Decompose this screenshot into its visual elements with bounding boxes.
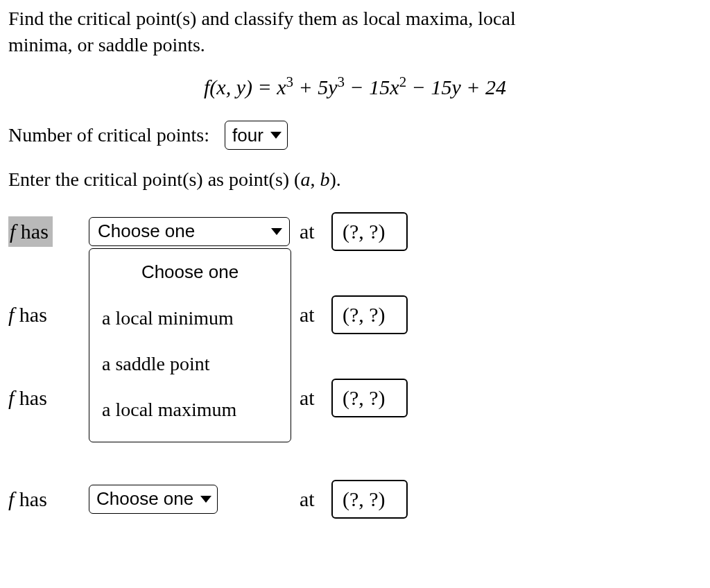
classification-select-4-label: Choose one (96, 487, 193, 511)
eq-exp-3: 2 (399, 74, 407, 90)
eq-exp-2: 3 (338, 74, 345, 90)
fhas-3: f has (8, 384, 89, 413)
chevron-down-icon (270, 132, 282, 139)
classification-select-1[interactable]: Choose one (89, 217, 290, 246)
answer-row-1: f has Choose one at (?, ?) (8, 212, 702, 251)
dropdown-option-local-max[interactable]: a local maximum (89, 387, 291, 433)
point-input-4[interactable]: (?, ?) (331, 480, 408, 519)
point-input-1[interactable]: (?, ?) (331, 212, 408, 251)
point-input-2[interactable]: (?, ?) (331, 295, 408, 334)
eq-part-3: − 15x (345, 76, 399, 98)
dropdown-header: Choose one (89, 256, 291, 295)
point-input-3[interactable]: (?, ?) (331, 379, 408, 417)
prompt-line-1: Find the critical point(s) and classify … (8, 8, 516, 29)
at-1: at (300, 218, 331, 246)
point-input-4-value: (?, ?) (343, 485, 386, 514)
eq-part-4: − 15y + 24 (406, 76, 506, 98)
eq-x1: x (277, 76, 286, 98)
chevron-down-icon (271, 228, 282, 235)
fhas-2: f has (8, 301, 89, 329)
point-input-3-value: (?, ?) (343, 384, 386, 413)
point-input-2-value: (?, ?) (343, 301, 386, 329)
question-prompt: Find the critical point(s) and classify … (8, 6, 702, 58)
enter-critical-points-line: Enter the critical point(s) as point(s) … (8, 166, 702, 193)
dropdown-option-saddle[interactable]: a saddle point (89, 341, 291, 387)
dropdown-option-local-min[interactable]: a local minimum (89, 295, 291, 341)
enter-line-text: Enter the critical point(s) as point(s) … (8, 166, 341, 193)
eq-part-2: + 5y (293, 76, 338, 98)
at-4: at (300, 485, 331, 514)
classification-dropdown[interactable]: Choose one a local minimum a saddle poin… (89, 248, 291, 442)
answer-row-4: f has Choose one at (?, ?) (8, 480, 702, 519)
at-2: at (300, 301, 331, 329)
eq-exp-1: 3 (286, 74, 294, 90)
equation: f(x, y) = x3 + 5y3 − 15x2 − 15y + 24 (8, 74, 702, 102)
classification-select-1-label: Choose one (98, 219, 264, 243)
eq-lhs: f(x, y) = (204, 76, 277, 98)
num-cp-select[interactable]: four (225, 121, 288, 150)
num-cp-value: four (232, 123, 263, 148)
at-3: at (300, 384, 331, 413)
fhas-4: f has (8, 485, 89, 514)
classification-select-4[interactable]: Choose one (89, 485, 218, 514)
num-cp-label: Number of critical points: (8, 122, 209, 148)
answers-block: f has Choose one at (?, ?) Choose one a … (8, 212, 702, 519)
num-critical-points-row: Number of critical points: four (8, 121, 702, 150)
fhas-1: f has (8, 216, 89, 248)
chevron-down-icon (200, 496, 211, 503)
prompt-line-2: minima, or saddle points. (8, 34, 205, 55)
point-input-1-value: (?, ?) (343, 218, 386, 246)
